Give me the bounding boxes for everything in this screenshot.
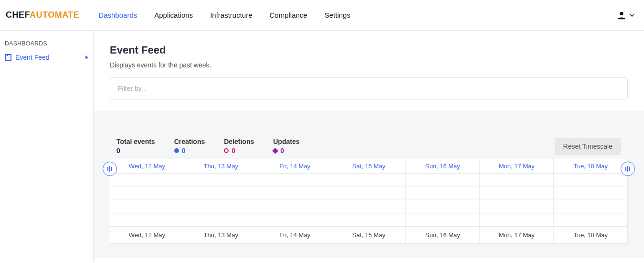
timeline-header-day[interactable]: Sun, 16 May xyxy=(406,159,480,173)
timeline-panel: Total events 0 Creations 0 Deletions xyxy=(94,111,644,258)
sidebar-item-label: Event Feed xyxy=(15,54,50,61)
stat-creations-value: 0 xyxy=(182,147,186,154)
user-menu[interactable] xyxy=(616,10,634,21)
timeline-footer-day: Thu, 13 May xyxy=(184,227,258,243)
timeline-footer-day: Sat, 15 May xyxy=(332,227,406,243)
sidebar-heading: DASHBOARDS xyxy=(5,40,88,47)
timeline-handle-right[interactable] xyxy=(621,162,635,176)
triangle-right-icon xyxy=(85,55,88,59)
main: Event Feed Displays events for the past … xyxy=(94,31,644,263)
stat-updates: Updates 0 xyxy=(273,138,299,154)
stat-updates-value: 0 xyxy=(280,147,284,154)
timeline-header-row: Wed, 12 May Thu, 13 May Fri, 14 May Sat,… xyxy=(110,159,628,174)
nav-settings[interactable]: Settings xyxy=(325,11,350,19)
timeline-header-day[interactable]: Wed, 12 May xyxy=(110,159,184,173)
timeline-col xyxy=(258,174,332,226)
sidebar: DASHBOARDS Event Feed xyxy=(0,31,94,263)
stat-updates-label: Updates xyxy=(273,138,299,145)
nav-compliance[interactable]: Compliance xyxy=(270,11,307,19)
page-subtitle: Displays events for the past week. xyxy=(110,61,628,69)
timeline-header-day[interactable]: Fri, 14 May xyxy=(258,159,332,173)
circle-outline-icon xyxy=(224,148,229,153)
timeline-header-day[interactable]: Mon, 17 May xyxy=(480,159,554,173)
stat-total: Total events 0 xyxy=(116,138,155,154)
timeline-footer-day: Tue, 18 May xyxy=(554,227,627,243)
logo[interactable]: CHEFAUTOMATE xyxy=(6,10,79,20)
diamond-icon xyxy=(272,148,278,154)
stat-creations-label: Creations xyxy=(174,138,205,145)
stat-total-value: 0 xyxy=(116,147,120,154)
timeline-col xyxy=(480,174,554,226)
chevron-down-icon xyxy=(630,11,634,19)
sidebar-item-event-feed[interactable]: Event Feed xyxy=(5,54,88,61)
drag-handle-icon xyxy=(625,166,630,172)
timeline: Wed, 12 May Thu, 13 May Fri, 14 May Sat,… xyxy=(110,159,628,244)
stat-deletions: Deletions 0 xyxy=(224,138,254,154)
timeline-col xyxy=(554,174,627,226)
timeline-chart-area xyxy=(110,174,628,226)
timeline-header-day[interactable]: Sat, 15 May xyxy=(332,159,406,173)
calendar-icon xyxy=(5,54,11,61)
stat-total-label: Total events xyxy=(116,138,155,145)
page-title: Event Feed xyxy=(110,44,628,56)
timeline-header-day[interactable]: Tue, 18 May xyxy=(554,159,627,173)
filter-input[interactable] xyxy=(110,77,628,99)
timeline-col xyxy=(406,174,480,226)
timeline-col xyxy=(110,174,184,226)
logo-part2: AUTOMATE xyxy=(30,10,79,20)
stat-deletions-label: Deletions xyxy=(224,138,254,145)
nav-dashboards[interactable]: Dashboards xyxy=(98,11,137,19)
reset-timescale-button[interactable]: Reset Timescale xyxy=(555,138,621,155)
timeline-handle-left[interactable] xyxy=(103,162,117,176)
top-nav: CHEFAUTOMATE Dashboards Applications Inf… xyxy=(0,0,644,31)
timeline-footer-day: Sun, 16 May xyxy=(406,227,480,243)
timeline-footer-day: Wed, 12 May xyxy=(110,227,184,243)
nav-items: Dashboards Applications Infrastructure C… xyxy=(98,11,350,19)
logo-part1: CHEF xyxy=(6,10,30,20)
svg-point-0 xyxy=(620,11,623,15)
stat-deletions-value: 0 xyxy=(232,147,235,154)
timeline-col xyxy=(332,174,406,226)
stat-creations: Creations 0 xyxy=(174,138,205,154)
circle-filled-icon xyxy=(174,148,179,153)
timeline-header-day[interactable]: Thu, 13 May xyxy=(184,159,258,173)
drag-handle-icon xyxy=(107,166,112,172)
timeline-footer-day: Mon, 17 May xyxy=(480,227,554,243)
nav-infrastructure[interactable]: Infrastructure xyxy=(210,11,252,19)
user-icon xyxy=(616,10,627,21)
nav-applications[interactable]: Applications xyxy=(154,11,193,19)
timeline-footer-row: Wed, 12 May Thu, 13 May Fri, 14 May Sat,… xyxy=(110,226,628,244)
timeline-col xyxy=(184,174,258,226)
timeline-footer-day: Fri, 14 May xyxy=(258,227,332,243)
